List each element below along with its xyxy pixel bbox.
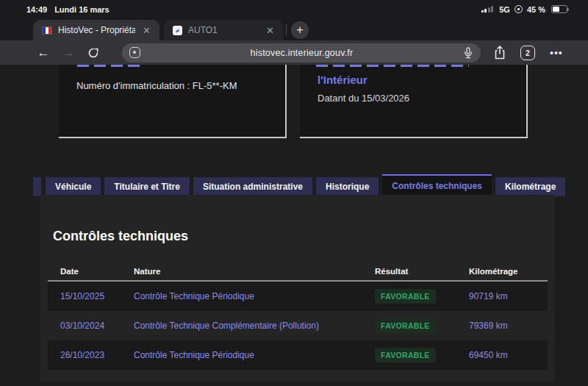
ct-date: 03/10/2024 bbox=[48, 321, 134, 331]
status-badge: FAVORABLE bbox=[375, 289, 436, 304]
table-row: 15/10/2025 Contrôle Technique Périodique… bbox=[48, 282, 548, 311]
status-badge: FAVORABLE bbox=[375, 348, 436, 362]
tab-situation-administrative[interactable]: Situation administrative bbox=[193, 177, 312, 196]
controles-table: Date Nature Résultat Kilométrage 15/10/2… bbox=[48, 262, 548, 370]
browser-tab-auto1[interactable]: AUTO1 ✕ bbox=[164, 20, 283, 40]
screen: 14:49 Lundi 16 mars 5G 45 % HistoVec - P… bbox=[0, 0, 588, 386]
close-tab-icon[interactable]: ✕ bbox=[141, 25, 152, 36]
col-header-kilometrage: Kilométrage bbox=[469, 267, 548, 276]
certificate-card: l'Intérieur Datant du 15/03/2026 bbox=[300, 65, 528, 138]
web-page: Numéro d'immatriculation : FL-5**-KM l'I… bbox=[0, 65, 588, 386]
tab-vehicule[interactable]: Véhicule bbox=[46, 177, 101, 196]
certificate-date: Datant du 15/03/2026 bbox=[318, 93, 510, 104]
ct-date: 15/10/2025 bbox=[48, 291, 134, 301]
orientation-lock-icon bbox=[514, 5, 523, 13]
forward-icon[interactable]: → bbox=[56, 46, 81, 60]
close-tab-icon[interactable]: ✕ bbox=[265, 25, 276, 36]
table-row: 26/10/2023 Contrôle Technique Périodique… bbox=[48, 340, 548, 370]
ct-date: 26/10/2023 bbox=[48, 350, 134, 360]
vehicle-card: Numéro d'immatriculation : FL-5**-KM bbox=[59, 65, 287, 138]
clock: 14:49 bbox=[26, 5, 47, 14]
new-tab-button[interactable]: + bbox=[291, 21, 309, 39]
tab-sliver bbox=[33, 177, 41, 196]
battery-icon bbox=[551, 5, 567, 13]
address-bar[interactable]: histovec.interieur.gouv.fr bbox=[122, 43, 481, 62]
url-text[interactable]: histovec.interieur.gouv.fr bbox=[140, 48, 463, 58]
tab-controles-techniques[interactable]: Contrôles techniques bbox=[382, 174, 492, 196]
browser-toolbar: ← → histovec.interieur.gouv.fr bbox=[0, 40, 588, 65]
tab-historique[interactable]: Historique bbox=[316, 177, 379, 196]
ct-km: 69450 km bbox=[469, 350, 548, 360]
clipped-link-fragment bbox=[316, 65, 469, 67]
histovec-favicon-icon bbox=[42, 26, 52, 35]
ct-nature: Contrôle Technique Complémentaire (Pollu… bbox=[134, 321, 375, 331]
col-header-date: Date bbox=[48, 267, 134, 276]
more-menu-icon[interactable]: ••• bbox=[550, 47, 563, 59]
table-header-row: Date Nature Résultat Kilométrage bbox=[48, 262, 548, 282]
ct-km: 79369 km bbox=[469, 321, 548, 331]
site-tab-bar: Véhicule Titulaire et Titre Situation ad… bbox=[33, 174, 569, 196]
tab-titulaire-et-titre[interactable]: Titulaire et Titre bbox=[104, 177, 190, 196]
ct-nature: Contrôle Technique Périodique bbox=[134, 350, 375, 360]
interieur-link[interactable]: l'Intérieur bbox=[318, 74, 510, 86]
mic-icon[interactable] bbox=[463, 47, 473, 59]
ct-nature: Contrôle Technique Périodique bbox=[134, 291, 375, 301]
browser-tab-histovec[interactable]: HistoVec - Propriétaire ✕ bbox=[33, 20, 159, 40]
tab-switcher-button[interactable]: 2 bbox=[520, 46, 535, 60]
signal-icon bbox=[481, 6, 494, 12]
network-type: 5G bbox=[499, 5, 510, 14]
share-icon[interactable] bbox=[494, 46, 506, 60]
status-bar: 14:49 Lundi 16 mars 5G 45 % bbox=[0, 0, 588, 18]
section-title: Contrôles techniques bbox=[53, 229, 555, 244]
tab-kilometrage[interactable]: Kilométrage bbox=[495, 177, 565, 196]
col-header-resultat: Résultat bbox=[375, 267, 469, 276]
immatriculation-line: Numéro d'immatriculation : FL-5**-KM bbox=[76, 80, 269, 91]
back-icon[interactable]: ← bbox=[31, 46, 56, 60]
lens-icon[interactable] bbox=[129, 47, 140, 58]
browser-tab-strip: HistoVec - Propriétaire ✕ AUTO1 ✕ + bbox=[0, 18, 588, 40]
date: Lundi 16 mars bbox=[54, 5, 110, 14]
col-header-nature: Nature bbox=[134, 267, 375, 276]
table-row: 03/10/2024 Contrôle Technique Complément… bbox=[48, 311, 548, 340]
browser-tab-title: AUTO1 bbox=[188, 25, 259, 35]
reload-icon[interactable] bbox=[81, 47, 106, 59]
browser-tab-title: HistoVec - Propriétaire bbox=[58, 25, 135, 35]
status-badge: FAVORABLE bbox=[375, 318, 436, 333]
battery-percent: 45 % bbox=[527, 5, 545, 14]
tab-separator bbox=[286, 24, 287, 36]
auto1-favicon-icon bbox=[173, 26, 182, 35]
controles-techniques-panel: Contrôles techniques Date Nature Résulta… bbox=[40, 195, 555, 382]
clipped-link-fragment bbox=[77, 65, 140, 67]
ct-km: 90719 km bbox=[469, 291, 548, 301]
